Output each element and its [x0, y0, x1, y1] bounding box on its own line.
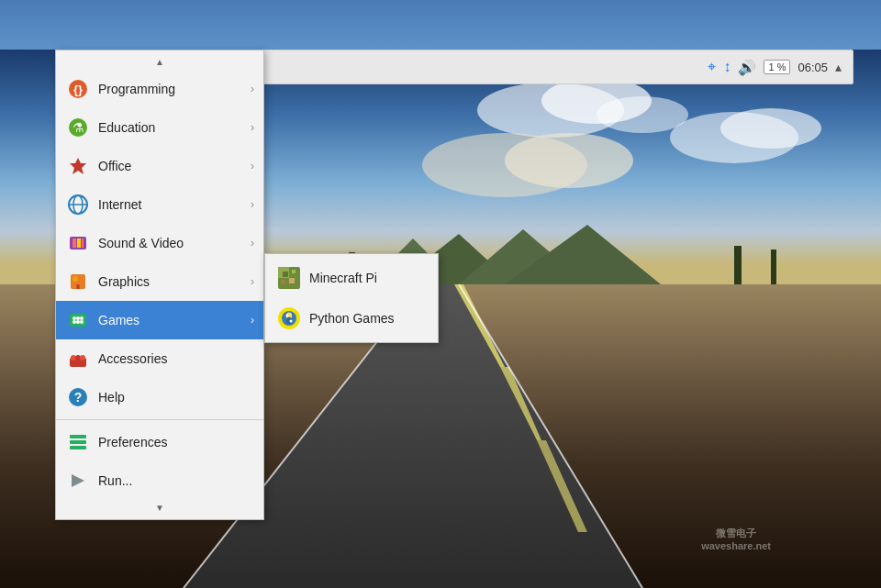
internet-arrow: › — [251, 198, 254, 211]
svg-rect-58 — [283, 272, 288, 277]
svg-point-42 — [76, 316, 80, 320]
svg-marker-15 — [500, 367, 541, 440]
menu-item-run[interactable]: Run... — [56, 461, 263, 500]
svg-point-49 — [80, 355, 85, 361]
office-icon — [65, 153, 91, 179]
sound-video-arrow: › — [251, 237, 254, 250]
office-label: Office — [98, 159, 251, 173]
menu-item-games[interactable]: Games › — [56, 301, 263, 339]
eject-icon[interactable]: ▴ — [835, 60, 842, 74]
menu-item-preferences[interactable]: Preferences — [56, 423, 263, 461]
battery-indicator: 1 % — [764, 60, 790, 74]
svg-rect-61 — [292, 270, 296, 273]
python-games-label: Python Games — [309, 311, 395, 326]
games-icon — [65, 307, 91, 333]
internet-icon — [65, 192, 91, 217]
svg-rect-59 — [289, 278, 295, 283]
games-label: Games — [98, 313, 251, 327]
svg-marker-55 — [72, 474, 84, 487]
run-label: Run... — [98, 473, 254, 488]
menu-item-education[interactable]: ⚗ Education › — [56, 108, 263, 147]
svg-rect-54 — [70, 446, 86, 449]
sound-video-label: Sound & Video — [98, 236, 251, 250]
graphics-arrow: › — [251, 275, 254, 288]
menu-item-programming[interactable]: {} Programming › — [56, 70, 263, 108]
sound-video-icon — [65, 230, 91, 256]
programming-arrow: › — [251, 83, 254, 95]
preferences-icon — [65, 429, 91, 455]
svg-line-18 — [459, 284, 642, 588]
submenu-item-python-games[interactable]: Python Games — [265, 298, 438, 338]
svg-point-4 — [670, 112, 798, 163]
svg-point-3 — [597, 96, 688, 133]
games-submenu: Minecraft Pi Python Games — [264, 253, 439, 343]
svg-point-2 — [541, 78, 652, 124]
svg-point-45 — [80, 320, 84, 324]
watermark-line1: 微雪电子 — [701, 527, 771, 540]
menu-item-graphics[interactable]: Graphics › — [56, 262, 263, 301]
menu-scroll-down[interactable]: ▼ — [56, 500, 263, 516]
office-arrow: › — [251, 160, 254, 172]
svg-text:⚗: ⚗ — [72, 120, 84, 135]
svg-marker-11 — [505, 225, 661, 284]
taskbar-system-tray: ⌖ ↕ 🔊 1 % 06:05 ▴ — [708, 59, 853, 76]
preferences-label: Preferences — [98, 435, 254, 449]
svg-point-64 — [286, 315, 289, 317]
svg-point-7 — [505, 133, 633, 188]
watermark: 微雪电子 waveshare.net — [701, 527, 771, 551]
graphics-icon — [65, 269, 91, 294]
svg-point-1 — [477, 83, 624, 138]
minecraft-label: Minecraft Pi — [309, 271, 377, 285]
svg-rect-53 — [70, 440, 86, 444]
svg-rect-22 — [734, 246, 742, 284]
internet-label: Internet — [98, 197, 251, 212]
svg-rect-60 — [281, 280, 285, 284]
svg-point-41 — [72, 320, 76, 324]
education-label: Education — [98, 120, 251, 135]
education-icon: ⚗ — [65, 115, 91, 140]
bluetooth-icon[interactable]: ⌖ — [708, 59, 716, 75]
run-icon — [65, 468, 91, 494]
graphics-label: Graphics — [98, 274, 251, 289]
svg-rect-35 — [82, 239, 84, 248]
svg-point-44 — [80, 316, 84, 320]
accessories-label: Accessories — [98, 351, 254, 366]
svg-point-5 — [720, 108, 821, 149]
menu-scroll-up[interactable]: ▲ — [56, 54, 263, 70]
svg-text:{}: {} — [73, 83, 83, 96]
submenu-item-minecraft[interactable]: Minecraft Pi — [265, 258, 438, 298]
accessories-icon — [65, 346, 91, 372]
application-menu: ▲ {} Programming › ⚗ Education › Office … — [55, 50, 264, 520]
education-arrow: › — [251, 121, 254, 134]
svg-point-43 — [76, 320, 80, 324]
svg-text:?: ? — [74, 390, 83, 405]
svg-point-40 — [72, 316, 76, 320]
games-arrow: › — [251, 314, 254, 327]
python-games-icon — [276, 305, 302, 331]
clock: 06:05 — [797, 61, 828, 74]
volume-icon[interactable]: 🔊 — [738, 59, 756, 76]
menu-panel: ▲ {} Programming › ⚗ Education › Office … — [55, 50, 264, 520]
help-icon: ? — [65, 384, 91, 410]
help-label: Help — [98, 390, 254, 405]
menu-item-office[interactable]: Office › — [56, 147, 263, 185]
menu-item-accessories[interactable]: Accessories — [56, 339, 263, 378]
svg-rect-33 — [72, 239, 76, 248]
network-icon[interactable]: ↕ — [723, 59, 730, 75]
menu-item-sound-video[interactable]: Sound & Video › — [56, 224, 263, 262]
svg-point-6 — [422, 133, 587, 197]
menu-item-internet[interactable]: Internet › — [56, 185, 263, 224]
svg-point-65 — [290, 320, 293, 323]
minecraft-icon — [276, 265, 302, 291]
svg-rect-52 — [70, 435, 86, 438]
menu-item-help[interactable]: ? Help — [56, 378, 263, 416]
menu-divider — [56, 419, 263, 420]
svg-marker-10 — [459, 229, 587, 284]
svg-marker-28 — [70, 158, 86, 174]
svg-marker-14 — [454, 284, 505, 367]
svg-marker-16 — [537, 440, 587, 532]
svg-rect-34 — [77, 239, 81, 248]
svg-point-37 — [72, 276, 78, 282]
watermark-line2: waveshare.net — [701, 540, 771, 551]
svg-rect-23 — [771, 250, 776, 284]
